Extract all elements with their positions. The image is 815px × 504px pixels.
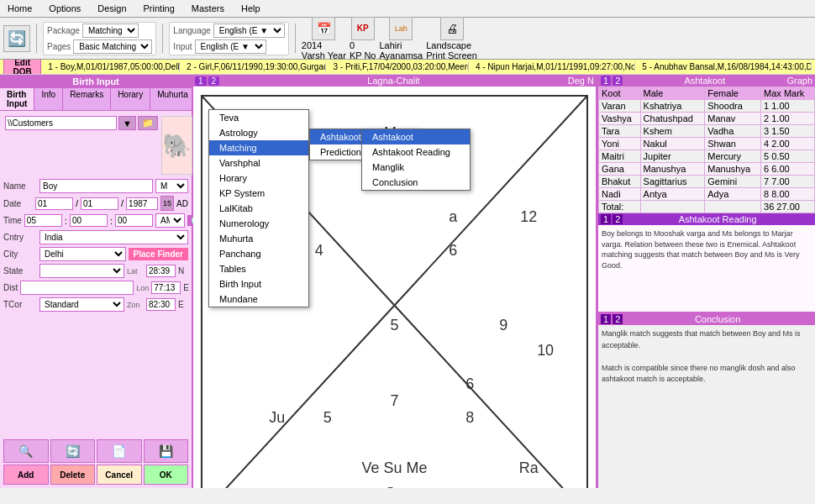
menu-lalkitab[interactable]: LalKitab bbox=[209, 201, 308, 216]
dob-entry-2[interactable]: 2 - Girl,F,06/11/1990,19:30:00,Gurgaon,I… bbox=[181, 62, 326, 71]
ashtakoot-graph: Graph bbox=[786, 76, 812, 86]
menu-teva[interactable]: Teva bbox=[209, 110, 308, 125]
dob-entry-5[interactable]: 5 - Anubhav Bansal,M,16/08/1984,14:43:00… bbox=[637, 62, 812, 71]
action-btn-row: Add Delete Cancel OK bbox=[3, 465, 188, 485]
zon-input[interactable] bbox=[146, 298, 176, 311]
date-sep1: / bbox=[76, 198, 78, 208]
kp-no-button[interactable]: KP 0KP No bbox=[350, 17, 376, 60]
edit-dob-button[interactable]: Edit DOB bbox=[3, 60, 41, 75]
svg-text:Ve Su Me: Ve Su Me bbox=[362, 459, 428, 476]
ampm-select[interactable]: AMPM bbox=[155, 213, 185, 228]
city-select[interactable]: Delhi bbox=[39, 247, 126, 261]
package-label: Package bbox=[47, 26, 80, 35]
concl-num2[interactable]: 2 bbox=[613, 314, 623, 324]
dist-input[interactable] bbox=[20, 281, 134, 295]
refresh-button[interactable]: 🔄 bbox=[3, 25, 30, 52]
concl-num1[interactable]: 1 bbox=[601, 314, 611, 324]
menu-mundane[interactable]: Mundane bbox=[209, 291, 308, 307]
time-sec-input[interactable] bbox=[115, 214, 153, 227]
icon-btn-2[interactable]: 🔄 bbox=[50, 439, 96, 463]
state-select[interactable] bbox=[39, 264, 124, 278]
input-select[interactable]: English (E ▼ bbox=[195, 39, 266, 54]
menu-design[interactable]: Design bbox=[93, 2, 130, 15]
tcor-select[interactable]: Standard bbox=[39, 297, 124, 312]
chart-num-1[interactable]: 1 bbox=[195, 76, 207, 86]
city-row: City Delhi Place Finder bbox=[3, 247, 188, 261]
ashtakoot-cell: Gemini bbox=[705, 176, 761, 188]
time-min-input[interactable] bbox=[70, 214, 108, 227]
date-year-input[interactable] bbox=[126, 197, 158, 210]
varsh-year-button[interactable]: 📅 2014Varsh Year bbox=[302, 17, 346, 60]
menu-varshphal[interactable]: Varshphal bbox=[209, 155, 308, 171]
place-finder-button[interactable]: Place Finder bbox=[129, 248, 188, 260]
menu-masters[interactable]: Masters bbox=[187, 2, 229, 15]
birth-input-panel: Birth Input Birth Input Info Remarks Hor… bbox=[0, 75, 193, 488]
cancel-button[interactable]: Cancel bbox=[97, 465, 142, 485]
menu-matching[interactable]: Matching bbox=[209, 140, 308, 155]
reading-num2[interactable]: 2 bbox=[613, 214, 623, 224]
ashtakoot-row: NadiAntyaAdya8 8.00 bbox=[599, 188, 815, 201]
menu-numerology[interactable]: Numerology bbox=[209, 216, 308, 231]
menu-options[interactable]: Options bbox=[45, 2, 85, 15]
menu-astrology[interactable]: Astrology bbox=[209, 125, 308, 140]
reading-num1[interactable]: 1 bbox=[601, 214, 611, 224]
icon-btn-4[interactable]: 💾 bbox=[144, 439, 189, 463]
menu-kpsystem[interactable]: KP System bbox=[209, 186, 308, 201]
ashtakoot-cell: Bhakut bbox=[599, 176, 641, 188]
pages-select[interactable]: Basic Matching bbox=[73, 39, 152, 54]
ashtakoot-cell: Maitri bbox=[599, 150, 641, 163]
tab-birth-input[interactable]: Birth Input bbox=[0, 88, 34, 110]
calendar-icon: 📅 bbox=[312, 17, 335, 40]
tab-info[interactable]: Info bbox=[34, 88, 63, 110]
menu-muhurta[interactable]: Muhurta bbox=[209, 231, 308, 246]
lon-input[interactable] bbox=[151, 281, 181, 294]
ashtak-num2[interactable]: 2 bbox=[613, 76, 623, 86]
ashtak-num1[interactable]: 1 bbox=[601, 76, 611, 86]
country-select[interactable]: India bbox=[39, 230, 188, 244]
delete-button[interactable]: Delete bbox=[50, 465, 96, 485]
dob-entry-4[interactable]: 4 - Nipun Harjai,M,01/11/1991,09:27:00,N… bbox=[471, 62, 635, 71]
date-month-input[interactable] bbox=[81, 197, 118, 210]
menu-birth-input[interactable]: Birth Input bbox=[209, 276, 308, 291]
chart-num-2[interactable]: 2 bbox=[208, 76, 220, 86]
folder-button[interactable]: ▼ bbox=[118, 116, 136, 130]
menu-horary[interactable]: Horary bbox=[209, 171, 308, 186]
time-hour-input[interactable] bbox=[24, 214, 62, 227]
landscape-button[interactable]: 🖨 LandscapePrint Screen bbox=[426, 17, 477, 60]
dob-entry-3[interactable]: 3 - Priti,F,17/04/2000,03:20:00,Meerut,I… bbox=[328, 62, 468, 71]
ayanamsa-button[interactable]: Lah LahiriAyanamsa bbox=[379, 17, 423, 60]
menu-help[interactable]: Help bbox=[237, 2, 265, 15]
tab-horary[interactable]: Horary bbox=[111, 88, 150, 110]
icon-btn-3[interactable]: 📄 bbox=[97, 439, 142, 463]
menu-panchang[interactable]: Panchang bbox=[209, 246, 308, 261]
time-sep2: : bbox=[110, 216, 113, 226]
tab-remarks[interactable]: Remarks bbox=[63, 88, 111, 110]
dob-entry-1[interactable]: 1 - Boy,M,01/01/1987,05:00:00,Delhi,Indi… bbox=[43, 62, 180, 71]
menu-home[interactable]: Home bbox=[3, 2, 36, 15]
browse-button[interactable]: 📁 bbox=[138, 116, 158, 130]
ashtakoot-cell: Adya bbox=[705, 188, 761, 201]
name-input[interactable] bbox=[39, 179, 153, 193]
landscape-label: LandscapePrint Screen bbox=[426, 40, 477, 60]
ashtakoot-cell: Vadha bbox=[705, 125, 761, 138]
menu-tables[interactable]: Tables bbox=[209, 261, 308, 276]
lat-input[interactable] bbox=[146, 265, 176, 277]
date-spinner[interactable]: 15 bbox=[160, 196, 174, 211]
gender-select[interactable]: MF bbox=[155, 179, 188, 193]
lon-dir: E bbox=[183, 283, 189, 292]
menu-printing[interactable]: Printing bbox=[139, 2, 179, 15]
divider3 bbox=[295, 24, 296, 53]
date-day-input[interactable] bbox=[35, 197, 73, 210]
ayanamsa-icon: Lah bbox=[389, 17, 413, 40]
tab-muhurta[interactable]: Muhurta bbox=[150, 88, 196, 110]
time-label: Time bbox=[3, 216, 22, 225]
path-input[interactable] bbox=[5, 116, 117, 130]
add-button[interactable]: Add bbox=[3, 465, 49, 485]
ok-button[interactable]: OK bbox=[144, 465, 189, 485]
country-row: Cntry India bbox=[3, 230, 188, 244]
matching-dropdown: Teva Astrology Matching Varshphal Horary… bbox=[208, 109, 309, 307]
language-select[interactable]: English (E ▼ bbox=[213, 24, 285, 38]
ashtakoot-cell: Nadi bbox=[599, 188, 641, 201]
package-select[interactable]: Matching bbox=[82, 24, 139, 38]
icon-btn-1[interactable]: 🔍 bbox=[3, 439, 49, 463]
